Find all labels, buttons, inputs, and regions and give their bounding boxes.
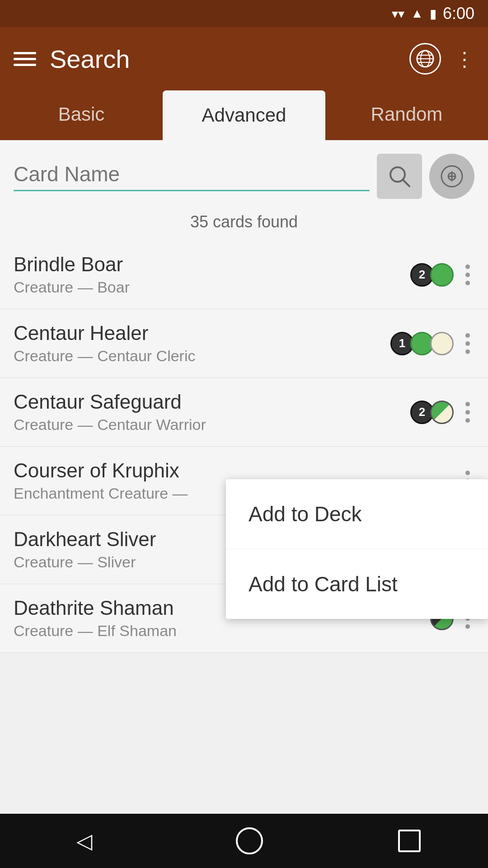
color-pips: 1 (390, 332, 454, 355)
status-time: 6:00 (443, 4, 474, 23)
context-menu: Add to Deck Add to Card List (226, 479, 488, 619)
card-type: Creature — Elf Shaman (14, 622, 430, 640)
add-to-card-list-button[interactable]: Add to Card List (226, 549, 488, 619)
card-type: Creature — Boar (14, 278, 410, 296)
card-info: Centaur Safeguard Creature — Centaur War… (14, 391, 410, 434)
color-pips: 2 (410, 401, 454, 424)
card-name: Brindle Boar (14, 253, 410, 276)
card-info: Brindle Boar Creature — Boar (14, 253, 410, 296)
pip-green (430, 263, 454, 287)
list-item: Brindle Boar Creature — Boar 2 (0, 241, 488, 309)
status-bar: ▾▾ ▲ ▮ 6:00 (0, 0, 488, 27)
status-icons: ▾▾ ▲ ▮ 6:00 (392, 4, 474, 23)
filter-button[interactable] (429, 154, 474, 199)
home-button[interactable] (236, 827, 263, 854)
results-count: 35 cards found (0, 203, 488, 241)
card-info: Centaur Healer Creature — Centaur Cleric (14, 322, 390, 365)
card-name: Centaur Safeguard (14, 391, 410, 413)
search-area (0, 140, 488, 203)
card-type: Creature — Centaur Cleric (14, 347, 390, 365)
tab-basic[interactable]: Basic (0, 90, 163, 140)
card-actions: 1 (390, 329, 474, 359)
battery-icon: ▮ (430, 6, 436, 21)
color-pips: 2 (410, 263, 454, 287)
search-button[interactable] (377, 154, 422, 199)
globe-button[interactable] (409, 43, 441, 75)
list-item: Centaur Healer Creature — Centaur Cleric… (0, 309, 488, 378)
recents-button[interactable] (398, 830, 421, 852)
navigation-bar: ◁ (0, 814, 488, 868)
card-type: Creature — Centaur Warrior (14, 416, 410, 434)
tabs-container: Basic Advanced Random (0, 90, 488, 140)
search-input-wrapper (14, 162, 370, 191)
pip-white (430, 332, 454, 355)
more-options-dots[interactable] (461, 329, 474, 359)
app-title: Search (50, 44, 396, 74)
search-input[interactable] (14, 162, 370, 186)
card-name: Courser of Kruphix (14, 459, 454, 482)
wifi-icon: ▾▾ (392, 6, 404, 21)
card-actions: 2 (410, 397, 474, 427)
svg-line-6 (403, 179, 409, 186)
card-name: Centaur Healer (14, 322, 390, 344)
menu-button[interactable] (14, 52, 36, 66)
more-options-button[interactable]: ⋮ (455, 47, 474, 71)
tab-random[interactable]: Random (325, 90, 488, 140)
card-actions: 2 (410, 260, 474, 290)
app-bar: Search ⋮ (0, 27, 488, 90)
signal-icon: ▲ (411, 6, 423, 21)
back-button[interactable]: ◁ (67, 820, 101, 862)
more-options-dots[interactable] (461, 397, 474, 427)
add-to-deck-button[interactable]: Add to Deck (226, 479, 488, 549)
tab-advanced[interactable]: Advanced (163, 90, 325, 140)
list-item: Centaur Safeguard Creature — Centaur War… (0, 378, 488, 447)
more-options-dots[interactable] (461, 260, 474, 290)
toolbar-icons: ⋮ (409, 43, 474, 75)
pip-split (430, 401, 454, 424)
